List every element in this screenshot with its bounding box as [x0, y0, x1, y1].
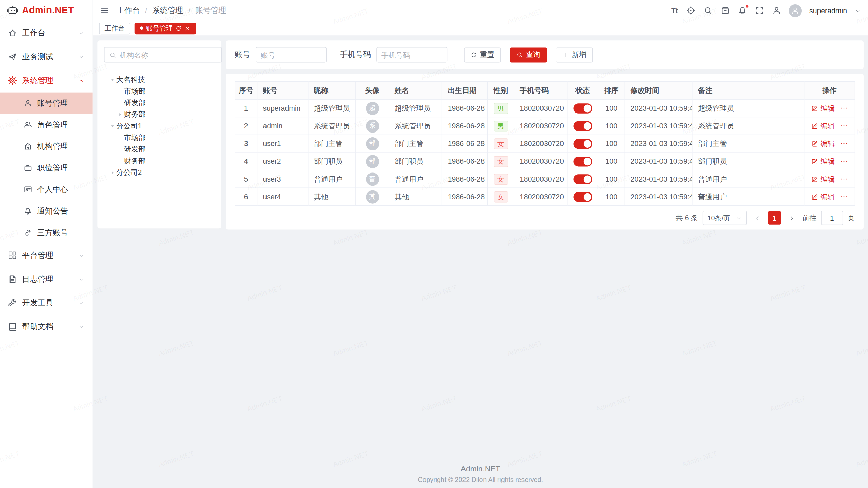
caret-down-icon[interactable] — [108, 77, 116, 82]
column-header-0: 序号 — [235, 82, 257, 99]
row-more-button[interactable] — [840, 105, 847, 112]
edit-button[interactable]: 编辑 — [811, 192, 835, 202]
status-toggle[interactable] — [573, 121, 592, 131]
user-avatar[interactable] — [789, 4, 802, 17]
sidebar-subitem-2[interactable]: 机构管理 — [0, 136, 93, 157]
search-icon[interactable] — [704, 6, 712, 15]
sidebar-item-2[interactable]: 系统管理 — [0, 68, 93, 92]
edit-button[interactable]: 编辑 — [811, 121, 835, 131]
id-card-icon — [24, 185, 32, 194]
edit-button[interactable]: 编辑 — [811, 139, 835, 148]
cell-actions: 编辑 — [804, 152, 855, 170]
sidebar-item-0[interactable]: 工作台 — [0, 21, 93, 45]
breadcrumb-item-system[interactable]: 系统管理 — [152, 5, 183, 15]
goto-label: 前往 — [802, 213, 816, 223]
tree-node-5[interactable]: 市场部 — [104, 132, 215, 143]
cell-name: 部门职员 — [389, 152, 442, 170]
edit-label: 编辑 — [821, 156, 835, 166]
cell-no: 3 — [235, 135, 257, 152]
cell-phone: 18020030720 — [514, 170, 567, 188]
sidebar-subitem-1[interactable]: 角色管理 — [0, 114, 93, 136]
gender-badge: 女 — [494, 138, 508, 149]
sidebar-subitem-label: 角色管理 — [37, 120, 84, 129]
target-icon[interactable] — [687, 6, 695, 15]
tree-node-8[interactable]: 分公司2 — [104, 166, 215, 178]
edit-button[interactable]: 编辑 — [811, 174, 835, 184]
sidebar-item-3[interactable]: 平台管理 — [0, 243, 93, 267]
caret-right-icon[interactable] — [116, 111, 124, 117]
table-row-5: 6user4其他其其他1986-06-28女180200307201002023… — [235, 188, 855, 205]
org-tree: 大名科技市场部研发部财务部分公司1市场部研发部财务部分公司2 — [104, 74, 215, 178]
font-size-icon[interactable]: Tt — [671, 7, 678, 14]
status-toggle[interactable] — [573, 139, 592, 148]
username[interactable]: superadmin — [809, 6, 847, 15]
tree-node-6[interactable]: 研发部 — [104, 143, 215, 155]
account-input[interactable] — [256, 47, 327, 63]
page-size-select[interactable]: 10条/页 — [703, 211, 747, 225]
sidebar-item-4[interactable]: 日志管理 — [0, 267, 93, 291]
row-more-button[interactable] — [840, 193, 847, 200]
reset-label: 重置 — [480, 50, 494, 60]
row-more-button[interactable] — [840, 176, 847, 183]
tree-node-0[interactable]: 大名科技 — [104, 74, 215, 85]
tab-workbench[interactable]: 工作台 — [99, 22, 130, 34]
sidebar-subitem-0[interactable]: 账号管理 — [0, 93, 93, 114]
tree-node-7[interactable]: 财务部 — [104, 155, 215, 166]
hamburger-menu-icon[interactable] — [100, 6, 109, 15]
edit-label: 编辑 — [821, 139, 835, 148]
sidebar-item-1[interactable]: 业务测试 — [0, 45, 93, 68]
tree-node-4[interactable]: 分公司1 — [104, 120, 215, 131]
status-toggle[interactable] — [573, 103, 592, 113]
reset-button[interactable]: 重置 — [464, 47, 501, 62]
row-more-button[interactable] — [840, 140, 847, 147]
sidebar-subitem-4[interactable]: 个人中心 — [0, 179, 93, 200]
tree-node-3[interactable]: 财务部 — [104, 108, 215, 120]
close-icon[interactable] — [184, 25, 191, 31]
tree-node-2[interactable]: 研发部 — [104, 97, 215, 108]
prev-page-button[interactable] — [751, 212, 764, 224]
edit-button[interactable]: 编辑 — [811, 156, 835, 166]
sidebar-subitem-label: 通知公告 — [37, 206, 84, 216]
chevron-down-icon — [78, 323, 85, 330]
cell-modified: 2023-01-03 10:59:44 — [625, 152, 692, 170]
tree-node-1[interactable]: 市场部 — [104, 85, 215, 97]
user-icon[interactable] — [772, 6, 781, 15]
cell-order: 100 — [598, 99, 625, 117]
tree-node-label: 分公司1 — [116, 121, 142, 131]
sidebar-subitem-5[interactable]: 通知公告 — [0, 200, 93, 222]
cell-phone: 18020030720 — [514, 99, 567, 117]
chevron-down-icon[interactable] — [855, 7, 861, 14]
edit-label: 编辑 — [821, 103, 835, 113]
box-icon[interactable] — [721, 6, 730, 15]
sidebar-item-5[interactable]: 开发工具 — [0, 291, 93, 315]
row-more-button[interactable] — [840, 158, 847, 165]
add-button[interactable]: 新增 — [556, 47, 593, 62]
fullscreen-icon[interactable] — [755, 6, 764, 15]
gear-icon — [8, 76, 17, 85]
breadcrumb-item-workbench[interactable]: 工作台 — [117, 5, 140, 15]
sidebar-item-6[interactable]: 帮助文档 — [0, 315, 93, 339]
sidebar-subitem-6[interactable]: 三方账号 — [0, 222, 93, 244]
notification-bell-icon[interactable] — [738, 6, 747, 15]
sidebar-subitem-3[interactable]: 职位管理 — [0, 157, 93, 179]
row-more-button[interactable] — [840, 122, 847, 129]
search-button[interactable]: 查询 — [510, 47, 547, 62]
page-number-button[interactable]: 1 — [768, 211, 781, 225]
caret-right-icon[interactable] — [108, 169, 116, 175]
edit-button[interactable]: 编辑 — [811, 103, 835, 113]
status-toggle[interactable] — [573, 156, 592, 166]
tab-account-management[interactable]: 账号管理 — [135, 22, 196, 34]
refresh-icon[interactable] — [176, 25, 182, 31]
caret-down-icon[interactable] — [108, 123, 116, 128]
phone-input[interactable] — [376, 47, 447, 63]
edit-icon — [811, 194, 818, 200]
status-toggle[interactable] — [573, 192, 592, 202]
goto-page-input[interactable] — [821, 211, 843, 225]
org-search-box — [104, 47, 222, 63]
next-page-button[interactable] — [786, 212, 798, 224]
sidebar-submenu: 账号管理角色管理机构管理职位管理个人中心通知公告三方账号 — [0, 93, 93, 244]
toggle-knob — [583, 193, 591, 201]
logo[interactable]: Admin.NET — [0, 0, 93, 21]
status-toggle[interactable] — [573, 174, 592, 184]
org-search-input[interactable] — [120, 50, 217, 59]
